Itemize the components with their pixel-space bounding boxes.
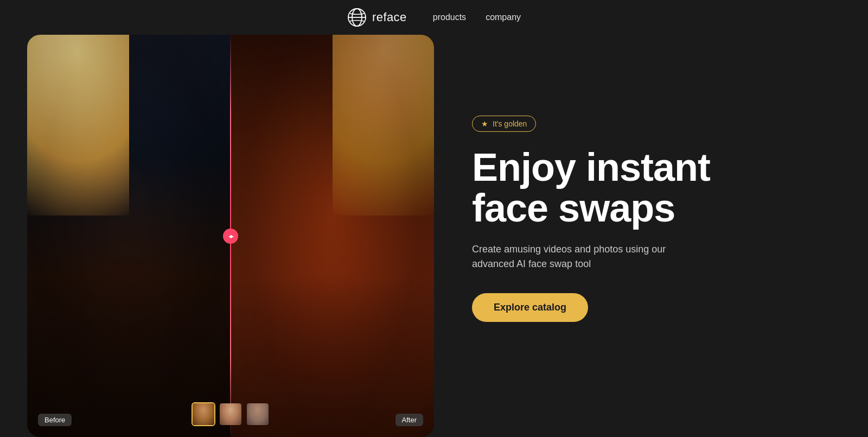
hero-title-line2: face swaps xyxy=(472,186,675,230)
logo[interactable]: reface xyxy=(347,8,407,27)
logo-text: reface xyxy=(372,10,407,24)
drag-arrows-icon: ◂▸ xyxy=(228,232,233,240)
nav-links: products company xyxy=(433,12,521,22)
thumbnail-row xyxy=(192,402,270,426)
explore-catalog-button[interactable]: Explore catalog xyxy=(472,293,588,322)
face-features-right xyxy=(231,35,434,437)
thumbnail-2-image xyxy=(220,403,241,425)
hero-content: ★ It's golden Enjoy instant face swaps C… xyxy=(472,115,776,321)
hero-subtitle: Create amusing videos and photos using o… xyxy=(472,242,689,271)
after-label: After xyxy=(395,414,423,426)
thumbnail-1-image xyxy=(193,403,214,425)
face-features-left xyxy=(27,35,231,437)
thumbnail-3-image xyxy=(247,403,269,425)
nav-company[interactable]: company xyxy=(486,12,521,22)
navbar: reface products company xyxy=(0,0,868,35)
star-icon: ★ xyxy=(481,119,488,128)
golden-badge: ★ It's golden xyxy=(472,115,536,131)
face-after xyxy=(231,35,434,437)
thumbnail-3[interactable] xyxy=(246,402,270,426)
hero-title-line1: Enjoy instant xyxy=(472,145,710,188)
hero-image-comparison: ◂▸ Before After xyxy=(27,35,434,437)
before-label: Before xyxy=(38,414,72,426)
face-before xyxy=(27,35,231,437)
hero-title: Enjoy instant face swaps xyxy=(472,147,776,229)
thumbnail-1[interactable] xyxy=(192,402,215,426)
nav-products[interactable]: products xyxy=(433,12,466,22)
logo-icon xyxy=(347,8,367,27)
drag-handle[interactable]: ◂▸ xyxy=(223,229,238,244)
thumbnail-2[interactable] xyxy=(219,402,242,426)
badge-label: It's golden xyxy=(493,119,527,128)
